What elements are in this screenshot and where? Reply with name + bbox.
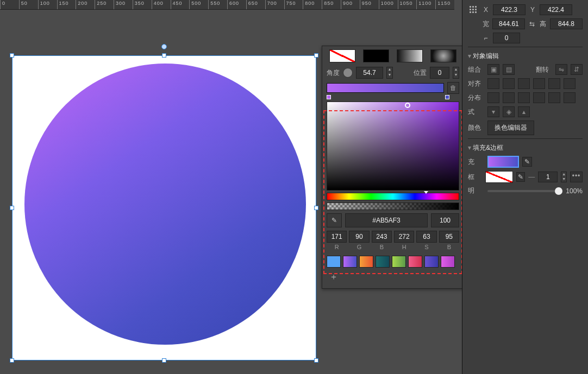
position-input[interactable] bbox=[430, 67, 449, 79]
ruler-horizontal[interactable]: 0501001502002503003504004505005506006507… bbox=[0, 0, 454, 10]
layer-down-button[interactable]: ▾ bbox=[487, 106, 499, 117]
ruler-tick: 150 bbox=[57, 0, 58, 10]
layer-up-button[interactable]: ▴ bbox=[518, 106, 530, 117]
align-bottom-button[interactable] bbox=[564, 78, 576, 89]
opacity-slider-thumb[interactable] bbox=[555, 187, 562, 195]
ruler-tick: 900 bbox=[341, 0, 341, 10]
color-editor-button[interactable]: 换色编辑器 bbox=[487, 121, 534, 135]
swatch-row bbox=[327, 256, 459, 268]
y-input[interactable] bbox=[540, 4, 572, 15]
rotate-handle[interactable] bbox=[161, 44, 167, 49]
resize-handle-w[interactable] bbox=[10, 206, 14, 210]
gradient-preview[interactable] bbox=[327, 83, 444, 93]
fill-type-linear[interactable] bbox=[397, 49, 423, 62]
color-g-input[interactable] bbox=[349, 231, 369, 243]
dist-v-top-button[interactable] bbox=[533, 92, 545, 103]
swatch-4[interactable] bbox=[392, 256, 406, 268]
swatch-1[interactable] bbox=[343, 256, 357, 268]
resize-handle-sw[interactable] bbox=[10, 358, 14, 363]
color-g-label: G bbox=[357, 244, 362, 250]
add-swatch-button[interactable]: ＋ bbox=[327, 271, 341, 283]
flip-h-button[interactable]: ⇋ bbox=[555, 64, 567, 75]
swatch-3[interactable] bbox=[376, 256, 390, 268]
dist-h-center-button[interactable] bbox=[503, 92, 515, 103]
align-left-button[interactable] bbox=[487, 78, 499, 89]
gradient-preview-row: 🗑 bbox=[327, 82, 459, 94]
ruler-tick: 1150 bbox=[435, 0, 436, 10]
swatch-7[interactable] bbox=[441, 256, 455, 268]
hue-slider[interactable] bbox=[327, 193, 459, 200]
stroke-width-spinner[interactable]: ▲▼ bbox=[561, 172, 567, 182]
resize-handle-n[interactable] bbox=[162, 53, 166, 58]
fill-type-solid[interactable] bbox=[363, 49, 389, 62]
swatch-6[interactable] bbox=[424, 256, 439, 268]
align-hcenter-button[interactable] bbox=[503, 78, 515, 89]
flip-v-button[interactable]: ⇵ bbox=[571, 64, 583, 75]
angle-dial[interactable] bbox=[343, 68, 353, 78]
align-top-button[interactable] bbox=[533, 78, 545, 89]
section-fill-stroke[interactable]: 填充&边框 bbox=[468, 138, 583, 156]
resize-handle-se[interactable] bbox=[314, 358, 318, 363]
gradient-stop-end[interactable] bbox=[445, 95, 449, 99]
combine-union-button[interactable]: ▣ bbox=[487, 64, 499, 75]
dist-v-center-button[interactable] bbox=[548, 92, 560, 103]
hex-input[interactable] bbox=[345, 213, 428, 227]
eyedropper-icon: ✎ bbox=[524, 158, 530, 166]
opacity-slider[interactable] bbox=[487, 190, 562, 192]
dist-h-right-button[interactable] bbox=[518, 92, 530, 103]
stroke-more-button[interactable]: ••• bbox=[570, 172, 583, 182]
angle-input[interactable] bbox=[356, 67, 383, 79]
dist-h-left-button[interactable] bbox=[487, 92, 499, 103]
eyedropper-button[interactable]: ✎ bbox=[327, 213, 342, 227]
eyedropper-icon: ✎ bbox=[331, 217, 337, 224]
resize-handle-nw[interactable] bbox=[10, 53, 14, 58]
color-b2-input[interactable] bbox=[439, 231, 459, 243]
stroke-eyedropper-button[interactable]: ✎ bbox=[516, 172, 525, 182]
stroke-swatch[interactable] bbox=[485, 171, 513, 183]
resize-handle-ne[interactable] bbox=[314, 53, 318, 58]
ruler-tick: 0 bbox=[0, 0, 1, 10]
stroke-width-input[interactable] bbox=[538, 172, 558, 182]
color-r-input[interactable] bbox=[327, 231, 347, 243]
alpha-slider[interactable] bbox=[327, 202, 459, 210]
align-label: 对齐 bbox=[468, 79, 484, 88]
position-spinner[interactable]: ▲▼ bbox=[453, 67, 459, 79]
color-h-input[interactable] bbox=[394, 231, 414, 243]
stroke-label: 框 bbox=[468, 173, 482, 182]
ruler-tick: 400 bbox=[152, 0, 152, 10]
rotation-input[interactable] bbox=[493, 33, 520, 43]
section-object-edit[interactable]: 对象编辑 bbox=[468, 47, 583, 64]
saturation-value-picker[interactable] bbox=[327, 102, 459, 191]
aspect-lock-icon[interactable]: ⇆ bbox=[528, 20, 536, 28]
color-h-label: H bbox=[402, 244, 406, 250]
gradient-stop-start[interactable] bbox=[327, 95, 331, 99]
resize-handle-e[interactable] bbox=[314, 206, 318, 210]
gradient-stops-rail[interactable] bbox=[327, 95, 459, 100]
width-input[interactable] bbox=[492, 18, 525, 29]
layer-middle-button[interactable]: ◈ bbox=[503, 106, 515, 117]
fill-type-radial[interactable] bbox=[430, 49, 456, 62]
fill-swatch[interactable] bbox=[487, 156, 519, 168]
color-s-input[interactable] bbox=[416, 231, 436, 243]
svg-rect-6 bbox=[470, 11, 471, 13]
x-input[interactable] bbox=[493, 4, 526, 15]
align-vcenter-button[interactable] bbox=[548, 78, 560, 89]
angle-spinner[interactable]: ▲▼ bbox=[386, 67, 393, 79]
fill-type-none[interactable] bbox=[329, 49, 355, 62]
resize-handle-s[interactable] bbox=[162, 358, 166, 363]
color-opacity-input[interactable] bbox=[431, 213, 459, 227]
combine-subtract-button[interactable]: ▤ bbox=[503, 64, 515, 75]
swatch-5[interactable] bbox=[408, 256, 422, 268]
fill-eyedropper-button[interactable]: ✎ bbox=[522, 157, 532, 167]
delete-stop-button[interactable]: 🗑 bbox=[447, 82, 459, 94]
ruler-tick: 600 bbox=[227, 0, 228, 10]
gradient-ellipse[interactable] bbox=[24, 64, 306, 345]
swatch-0[interactable] bbox=[327, 256, 341, 268]
ruler-tick: 300 bbox=[114, 0, 114, 10]
swatch-2[interactable] bbox=[359, 256, 373, 268]
align-right-button[interactable] bbox=[518, 78, 530, 89]
height-input[interactable] bbox=[550, 18, 583, 29]
color-b-input[interactable] bbox=[372, 231, 392, 243]
ref-point-grid[interactable] bbox=[468, 5, 479, 14]
dist-v-bottom-button[interactable] bbox=[564, 92, 576, 103]
